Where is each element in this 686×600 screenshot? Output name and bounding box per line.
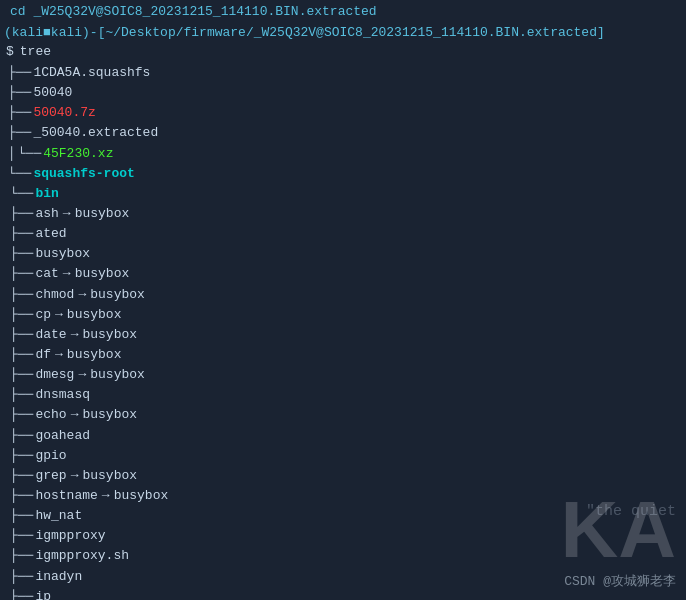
tree-connector: ├── [10,204,33,224]
tree-item-name: ated [35,224,66,244]
tree-line: ├── inadyn [8,567,678,587]
tree-item-name: echo [35,405,66,425]
tree-line: ├── echo → busybox [8,405,678,425]
tree-connector: ├── [10,426,33,446]
tree-connector: ├── [10,546,33,566]
tree-line: ├── igmpproxy.sh [8,546,678,566]
tree-item-name: busybox [35,244,90,264]
tree-link-target: busybox [75,204,130,224]
tree-line: ├── _50040.extracted [8,123,678,143]
prompt-path: ~/Desktop/firmware/_W25Q32V@SOIC8_202312… [105,25,596,40]
tree-link-target: busybox [82,325,137,345]
tree-item-name: igmpproxy.sh [35,546,129,566]
prompt-bracket-open: )-[ [82,25,105,40]
tree-connector: ├── [8,123,31,143]
tree-connector: ├── [10,486,33,506]
tree-item-name: bin [35,184,58,204]
tree-arrow: → [63,204,71,224]
tree-arrow: → [71,325,79,345]
tree-connector: ├── [10,385,33,405]
tree-item-name: hw_nat [35,506,82,526]
tree-link-target: busybox [82,466,137,486]
prompt-command-line: $ tree [0,42,686,61]
tree-item-name: igmpproxy [35,526,105,546]
tree-connector: └── [8,164,31,184]
tree-item-name: 50040 [33,83,72,103]
tree-item-name: chmod [35,285,74,305]
tree-connector: └── [18,144,41,164]
prompt-cmd: tree [20,44,51,59]
tree-connector: ├── [10,285,33,305]
tree-arrow: → [63,264,71,284]
tree-connector: ├── [8,63,31,83]
tree-line: ├── dmesg → busybox [8,365,678,385]
tree-item-name: ash [35,204,58,224]
tree-connector: ├── [10,365,33,385]
tree-link-target: busybox [90,365,145,385]
tree-item-name: 45F230.xz [43,144,113,164]
prompt-bracket-close: ] [597,25,605,40]
tree-item-name: 1CDA5A.squashfs [33,63,150,83]
tree-arrow: → [71,405,79,425]
tree-line: ├── ated [8,224,678,244]
tree-line: ├── goahead [8,426,678,446]
tree-line: ├── cp → busybox [8,305,678,325]
tree-line: ├── 1CDA5A.squashfs [8,63,678,83]
tree-connector: ├── [10,325,33,345]
title-text: cd _W25Q32V@SOIC8_20231215_114110.BIN.ex… [10,4,377,19]
tree-arrow: → [71,466,79,486]
tree-connector: ├── [10,305,33,325]
prompt-open-paren: ( [4,25,12,40]
tree-item-name: date [35,325,66,345]
tree-item-name: inadyn [35,567,82,587]
tree-connector: ├── [10,587,33,600]
title-bar: cd _W25Q32V@SOIC8_20231215_114110.BIN.ex… [0,0,686,23]
prompt-user: kali [12,25,43,40]
tree-line: ├── 50040 [8,83,678,103]
tree-link-target: busybox [114,486,169,506]
tree-connector: ├── [10,264,33,284]
tree-connector: ├── [10,244,33,264]
tree-connector: ├── [10,506,33,526]
tree-item-name: goahead [35,426,90,446]
tree-arrow: → [55,345,63,365]
tree-arrow: → [78,285,86,305]
tree-connector: ├── [10,345,33,365]
tree-link-target: busybox [67,345,122,365]
tree-item-name: gpio [35,446,66,466]
prompt-dollar: $ [6,44,14,59]
tree-item-name: _50040.extracted [33,123,158,143]
tree-line: ├── ash → busybox [8,204,678,224]
tree-line: ├── dnsmasq [8,385,678,405]
tree-link-target: busybox [75,264,130,284]
tree-connector: ├── [10,466,33,486]
tree-connector: ├── [8,103,31,123]
tree-line: ├── gpio [8,446,678,466]
tree-line: ├── grep → busybox [8,466,678,486]
tree-line: ├── busybox [8,244,678,264]
tree-item-name: cp [35,305,51,325]
tree-connector: ├── [8,83,31,103]
tree-line: └── bin [8,184,678,204]
tree-item-name: dnsmasq [35,385,90,405]
tree-line: ├── 50040.7z [8,103,678,123]
tree-connector: ├── [10,224,33,244]
tree-output: ├── 1CDA5A.squashfs├── 50040├── 50040.7z… [0,61,686,600]
tree-line: ├── hostname → busybox [8,486,678,506]
tree-line: ├── date → busybox [8,325,678,345]
tree-item-name: df [35,345,51,365]
tree-link-target: busybox [90,285,145,305]
tree-line: ├── igmpproxy [8,526,678,546]
tree-line: ├── ip [8,587,678,600]
tree-indent: │ [8,144,16,164]
tree-arrow: → [55,305,63,325]
tree-line: ├── cat → busybox [8,264,678,284]
tree-item-name: squashfs-root [33,164,134,184]
tree-item-name: grep [35,466,66,486]
tree-line: │ └── 45F230.xz [8,144,678,164]
tree-link-target: busybox [67,305,122,325]
tree-item-name: dmesg [35,365,74,385]
tree-item-name: 50040.7z [33,103,95,123]
tree-link-target: busybox [82,405,137,425]
tree-item-name: hostname [35,486,97,506]
